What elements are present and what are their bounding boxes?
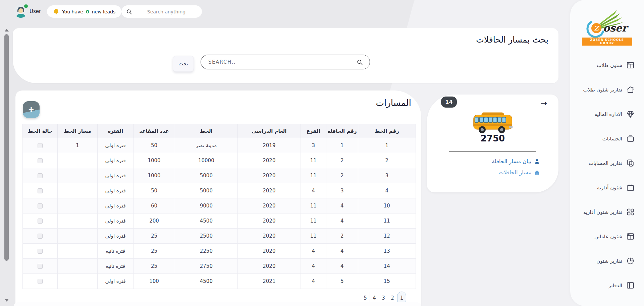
school-bus-image xyxy=(472,111,514,135)
table-cell xyxy=(58,153,97,168)
table-cell: 25 xyxy=(133,229,175,244)
sidebar-item-staff-reports[interactable]: تقارير شئون xyxy=(570,249,644,273)
sidebar-item-label: الدفاتر xyxy=(608,283,622,289)
grid-icon xyxy=(626,208,635,216)
table-row: 3211202050001000فتره اولى xyxy=(23,168,416,183)
copy-icon xyxy=(626,159,635,167)
table-cell xyxy=(58,259,97,274)
row-status-checkbox[interactable] xyxy=(38,234,43,239)
table-cell: 25 xyxy=(133,244,175,259)
table-cell: 60 xyxy=(133,198,175,213)
sidebar-item-label: تقارير الحسابات xyxy=(589,160,622,166)
vertical-scrollbar[interactable] xyxy=(4,28,9,302)
column-header: حالة الخط xyxy=(23,124,58,138)
table-cell-line-status xyxy=(23,274,58,289)
bus-link-label: مسار الحافلات xyxy=(499,169,531,176)
row-status-checkbox[interactable] xyxy=(38,173,43,178)
table-cell-line-status xyxy=(23,213,58,229)
home-icon xyxy=(534,170,540,176)
row-status-checkbox[interactable] xyxy=(38,158,43,163)
table-cell: 2020 xyxy=(238,213,301,229)
table-cell-line-status xyxy=(23,153,58,168)
bus-card-links: بيان مسار الحافلة مسار الحافلات xyxy=(492,158,540,176)
table-cell: فتره اولى xyxy=(97,168,133,183)
table-cell: 11 xyxy=(301,198,326,213)
sidebar-item-label: الاداره الماليه xyxy=(594,111,622,117)
column-header: رقم الحافله xyxy=(326,124,358,138)
row-status-checkbox[interactable] xyxy=(38,264,43,269)
logo-banner: ZOSER SCHOOLS GROUP xyxy=(582,38,632,46)
arrow-right-icon[interactable]: → xyxy=(540,99,547,107)
layout-sidebar-icon xyxy=(626,281,635,290)
table-cell xyxy=(58,274,97,289)
row-status-checkbox[interactable] xyxy=(38,249,43,254)
sidebar-item-financial-management[interactable]: الاداره الماليه xyxy=(570,102,644,126)
table-cell: فتره ثانيه xyxy=(97,244,133,259)
row-status-checkbox[interactable] xyxy=(38,188,43,193)
table-cell-line-status xyxy=(23,259,58,274)
table-cell: 4500 xyxy=(175,274,238,289)
table-row: 155420214500100فتره اولى xyxy=(23,274,416,289)
column-header: العام الدراسى xyxy=(238,124,301,138)
sidebar-item-admin-affairs[interactable]: شئون أداريه xyxy=(570,175,644,200)
table-cell: فتره اولى xyxy=(97,153,133,168)
user-avatar[interactable] xyxy=(14,4,28,18)
table-row: 1132019مدينة نصر50فتره اولى1 xyxy=(23,138,416,153)
sidebar-item-accounts-reports[interactable]: تقارير الحسابات xyxy=(570,151,644,175)
sidebar-item-accounts[interactable]: الحسابات xyxy=(570,126,644,151)
sidebar-item-admin-reports[interactable]: تقارير شئون أداريه xyxy=(570,200,644,224)
bus-summary-card: 14 → 2750 بيان مسار الحافل xyxy=(427,95,558,192)
search-icon[interactable] xyxy=(357,59,363,65)
sidebar-item-student-reports[interactable]: تقارير شئون طلاب xyxy=(570,77,644,102)
table-cell: 11 xyxy=(301,213,326,229)
row-status-checkbox[interactable] xyxy=(38,219,43,224)
bus-route-statement-link[interactable]: بيان مسار الحافلة xyxy=(492,158,540,165)
table-cell: 4 xyxy=(358,183,416,198)
sidebar-item-ledgers[interactable]: الدفاتر xyxy=(570,273,644,298)
table-cell: 1000 xyxy=(133,153,175,168)
home-icon xyxy=(626,85,635,94)
row-status-checkbox[interactable] xyxy=(38,279,43,284)
table-cell: فتره اولى xyxy=(97,183,133,198)
table-cell: فتره اولى xyxy=(97,274,133,289)
table-cell: 2500 xyxy=(175,229,238,244)
table-cell xyxy=(58,213,97,229)
table-cell: 2019 xyxy=(238,138,301,153)
add-route-button[interactable]: + xyxy=(23,101,40,118)
table-cell xyxy=(58,183,97,198)
sidebar-menu: شئون طلاب تقارير شئون طلاب الاداره المال… xyxy=(570,53,644,298)
topbar: User You have 0 new leads xyxy=(0,0,570,23)
row-status-checkbox[interactable] xyxy=(38,143,43,148)
table-cell: فتره اولى xyxy=(97,213,133,229)
bus-routes-link[interactable]: مسار الحافلات xyxy=(492,169,540,176)
table-cell: مدينة نصر xyxy=(175,138,238,153)
row-status-checkbox[interactable] xyxy=(38,203,43,208)
leads-notification-pill[interactable]: You have 0 new leads xyxy=(47,5,121,18)
leads-text-prefix: You have xyxy=(62,9,83,14)
route-search-input[interactable] xyxy=(208,59,357,65)
table-cell: 4 xyxy=(301,244,326,259)
pie-chart-icon xyxy=(626,257,635,265)
table-cell: فتره ثانيه xyxy=(97,259,133,274)
routes-table: رقم الخطرقم الحافلهالفرعالعام الدراسىالخ… xyxy=(22,124,416,289)
scroll-up-arrow[interactable] xyxy=(5,29,9,32)
table-cell-line-status xyxy=(23,229,58,244)
table-cell xyxy=(58,229,97,244)
column-header: الفرع xyxy=(301,124,326,138)
table-cell: 1 xyxy=(326,138,358,153)
global-search-input[interactable] xyxy=(136,9,197,15)
bus-link-label: بيان مسار الحافلة xyxy=(492,158,531,165)
table-cell: 2 xyxy=(358,153,416,168)
zoser-logo: Z oser ZOSER SCHOOLS GROUP xyxy=(582,9,632,46)
sidebar-item-student-affairs[interactable]: شئون طلاب xyxy=(570,53,644,77)
table-cell: 2020 xyxy=(238,229,301,244)
scrollbar-thumb[interactable] xyxy=(4,34,9,261)
table-cell xyxy=(58,244,97,259)
search-submit-button[interactable]: بحث xyxy=(173,56,194,72)
table-cell: 3 xyxy=(301,138,326,153)
sidebar-item-staff-affairs[interactable]: شئون عاملين xyxy=(570,224,644,249)
scroll-down-arrow[interactable] xyxy=(5,299,9,302)
table-cell-line-status xyxy=(23,244,58,259)
table-cell: 2020 xyxy=(238,183,301,198)
global-search xyxy=(121,5,202,18)
